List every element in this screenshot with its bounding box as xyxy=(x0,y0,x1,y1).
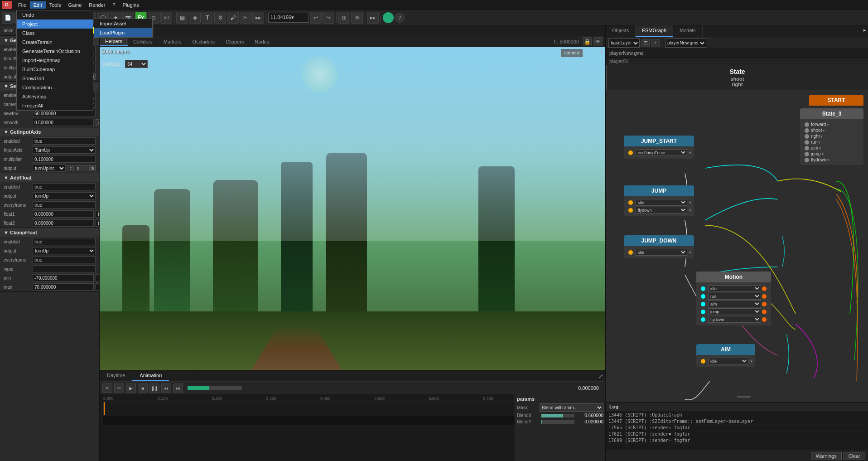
menu-file[interactable]: File xyxy=(14,1,30,9)
dd-class[interactable]: Class xyxy=(17,29,93,38)
anim-pause[interactable]: ❚❚ xyxy=(149,383,159,393)
tb-redo[interactable]: ↪ xyxy=(323,12,334,24)
input-max[interactable] xyxy=(33,283,94,291)
dd-createterrain[interactable]: CreateTerrain xyxy=(17,38,93,47)
tb-undo2[interactable]: ↩ xyxy=(310,12,322,24)
dd-importasset[interactable]: ImportAsset xyxy=(94,19,152,28)
dd-project[interactable]: Project xyxy=(17,19,93,29)
timeline[interactable]: 0.000 0.100 0.200 0.300 0.400 0.500 0.60… xyxy=(100,394,605,461)
blendy-slider[interactable] xyxy=(541,420,574,424)
select-float1[interactable]: turnUp xyxy=(96,210,100,218)
fsm-node-jumpstart[interactable]: JUMP_START endJumpForce ▾ xyxy=(624,136,694,159)
tb-T[interactable]: T xyxy=(202,12,213,24)
dd-loadplugin[interactable]: LoadPlugin xyxy=(94,28,152,37)
select-max[interactable] xyxy=(96,283,100,291)
dd-undo[interactable]: Undo xyxy=(17,10,93,19)
select-motion-jump[interactable]: jump xyxy=(708,308,761,315)
fsm-node-state3[interactable]: State_3 forward▾ shoot▾ right▾ run▾ aim▾… xyxy=(800,108,863,165)
input-enabled-5[interactable] xyxy=(33,238,96,245)
subtab-nodes[interactable]: Nodes xyxy=(249,38,275,46)
input-multiplier-2[interactable] xyxy=(33,155,96,163)
subtab-occluders[interactable]: Occluders xyxy=(187,38,220,46)
select-min[interactable] xyxy=(96,274,100,281)
btn-p-3[interactable]: p xyxy=(75,165,81,171)
dd-importheightmap[interactable]: ImportHeightmap xyxy=(17,56,93,65)
input-cf[interactable] xyxy=(33,265,96,272)
fsm-canvas[interactable]: START State_3 forward▾ shoot▾ right▾ run… xyxy=(606,90,868,402)
tb-gear[interactable]: ⚙ xyxy=(214,12,226,24)
rp-btn-2[interactable]: + xyxy=(651,39,660,47)
tab-fsmgraph[interactable]: FSMGraph xyxy=(636,25,673,37)
rp-btn-1[interactable]: ☰ xyxy=(641,39,650,47)
anim-stop[interactable]: ■ xyxy=(138,383,148,393)
fsm-node-jumpdown[interactable]: JUMP_DOWN idle ▾ xyxy=(624,235,694,258)
menu-plugins[interactable]: Plugins xyxy=(119,1,143,9)
select-jumpdown-idle[interactable]: idle xyxy=(636,249,687,256)
input-min[interactable] xyxy=(33,274,94,281)
viewport[interactable]: 5000 meters GridSize: 64 camera ⤢ xyxy=(100,47,605,370)
input-everyframe-2[interactable] xyxy=(33,256,96,263)
camera-btn[interactable]: camera xyxy=(561,49,583,57)
select-output-3[interactable]: turnUp xyxy=(33,192,96,199)
blendx-slider[interactable] xyxy=(541,414,574,417)
input-smooth[interactable] xyxy=(33,119,94,126)
select-motion-aim[interactable]: aim xyxy=(708,301,761,307)
tb-mat[interactable]: ◈ xyxy=(189,12,201,24)
subtab-markers[interactable]: Markers xyxy=(158,38,187,46)
select-inputaxis-2[interactable]: TurnUp xyxy=(33,146,96,154)
menu-question[interactable]: ? xyxy=(109,1,119,9)
tb-cut[interactable]: ✂ xyxy=(240,12,251,24)
dd-configuration[interactable]: Configuration... xyxy=(17,83,93,92)
section-header-3[interactable]: ▼ GetInputAxis xyxy=(0,127,99,136)
menu-game[interactable]: Game xyxy=(64,1,85,9)
tb-new[interactable]: 📄 xyxy=(2,12,14,24)
select-output-2[interactable]: turnUpInc xyxy=(33,165,66,172)
dd-keymap[interactable]: AcKeymap xyxy=(17,92,93,101)
tab-daytime[interactable]: Daytime xyxy=(100,371,132,381)
menu-edit[interactable]: Edit xyxy=(30,1,46,9)
mask-select[interactable]: Blend with anim... xyxy=(540,403,603,412)
input-float2[interactable] xyxy=(33,219,94,227)
anim-next[interactable]: ⏭ xyxy=(173,383,183,393)
fsm-node-start[interactable]: START xyxy=(809,95,863,106)
btn-del-3[interactable]: 🗑 xyxy=(89,165,96,171)
section-header-5[interactable]: ▼ ClampFloat xyxy=(0,228,99,237)
timeline-scrubber[interactable] xyxy=(188,386,242,390)
dd-buildcubemap[interactable]: BuildCubemap xyxy=(17,65,93,74)
anim-prev[interactable]: ⏮ xyxy=(161,383,171,393)
select-jump-flydown[interactable]: flydown xyxy=(636,207,687,214)
btn-c-3[interactable]: c xyxy=(68,165,74,171)
select-endjumpforce[interactable]: endJumpForce xyxy=(636,149,687,156)
tb-brush[interactable]: 🖌 xyxy=(227,12,239,24)
dd-showgrid[interactable]: ShowGrid xyxy=(17,74,93,83)
select-aim-idle[interactable]: idle xyxy=(708,358,748,364)
gridsize-select[interactable]: 64 xyxy=(125,60,148,68)
rp-select-file[interactable]: playerNew.gms xyxy=(665,39,706,48)
btn-c-2[interactable]: c xyxy=(96,119,100,126)
select-motion-run[interactable]: run xyxy=(708,293,761,300)
viewport-expand[interactable]: ⤢ xyxy=(598,49,603,56)
menu-tools[interactable]: Tools xyxy=(46,1,65,9)
btn-camera-view[interactable]: 👁 xyxy=(593,37,603,46)
anim-play[interactable]: ▶ xyxy=(126,383,136,393)
tb-settings2[interactable]: ⚙ xyxy=(351,12,363,24)
tab-models[interactable]: Models xyxy=(673,25,702,37)
clear-button[interactable]: Clear xyxy=(844,452,865,460)
select-motion-flydown[interactable]: flydown xyxy=(708,316,761,323)
input-enabled-3[interactable] xyxy=(33,137,96,145)
subtab-helpers[interactable]: Helpers xyxy=(100,37,128,46)
section-header-4[interactable]: ▼ AddFloat xyxy=(0,173,99,182)
coord-input[interactable] xyxy=(268,13,309,23)
fsm-node-jump[interactable]: JUMP idle ▾ flydown ▾ xyxy=(624,185,694,216)
warnings-button[interactable]: Warnings xyxy=(811,452,842,460)
tb-tex[interactable]: ▦ xyxy=(176,12,188,24)
select-output-4[interactable]: turnUp xyxy=(33,247,96,254)
tab-animation[interactable]: Animation xyxy=(132,371,169,381)
dd-generateterrain[interactable]: GenerateTerrainOcclusion xyxy=(17,47,93,56)
rp-expand[interactable]: ▸ xyxy=(862,25,868,37)
subtab-clippers[interactable]: Clippers xyxy=(220,38,249,46)
select-motion-idle[interactable]: idle xyxy=(708,285,761,292)
input-float1[interactable] xyxy=(33,210,94,218)
select-float2[interactable]: turnUpInc xyxy=(96,219,100,227)
tb-more[interactable]: ▸▸ xyxy=(252,12,264,24)
